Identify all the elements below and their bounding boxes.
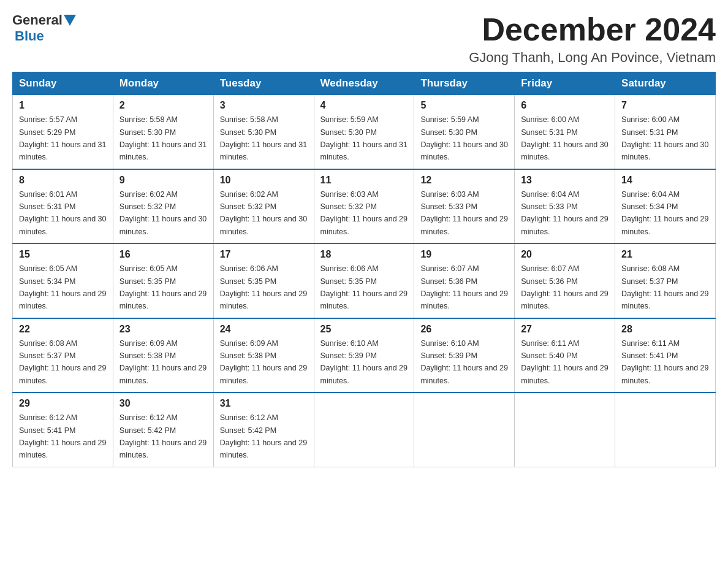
day-number: 29	[19, 398, 107, 409]
day-number: 2	[119, 100, 207, 111]
day-info: Sunrise: 6:08 AMSunset: 5:37 PMDaylight:…	[19, 339, 106, 385]
day-number: 6	[521, 100, 609, 111]
calendar-cell: 7 Sunrise: 6:00 AMSunset: 5:31 PMDayligh…	[615, 95, 716, 169]
weekday-header-tuesday: Tuesday	[213, 72, 314, 95]
calendar-week-row: 15 Sunrise: 6:05 AMSunset: 5:34 PMDaylig…	[13, 243, 716, 318]
day-info: Sunrise: 6:05 AMSunset: 5:34 PMDaylight:…	[19, 264, 106, 310]
day-number: 27	[521, 324, 609, 335]
day-number: 14	[621, 175, 709, 186]
page-header: General Blue December 2024 GJong Thanh, …	[12, 12, 716, 66]
calendar-week-row: 8 Sunrise: 6:01 AMSunset: 5:31 PMDayligh…	[13, 169, 716, 244]
day-info: Sunrise: 6:02 AMSunset: 5:32 PMDaylight:…	[220, 190, 307, 236]
day-info: Sunrise: 6:00 AMSunset: 5:31 PMDaylight:…	[521, 115, 608, 161]
calendar-cell: 12 Sunrise: 6:03 AMSunset: 5:33 PMDaylig…	[414, 169, 515, 244]
day-info: Sunrise: 5:59 AMSunset: 5:30 PMDaylight:…	[420, 115, 507, 161]
weekday-header-sunday: Sunday	[13, 72, 113, 95]
weekday-header-row: SundayMondayTuesdayWednesdayThursdayFrid…	[13, 72, 716, 95]
day-info: Sunrise: 6:09 AMSunset: 5:38 PMDaylight:…	[220, 339, 307, 385]
day-number: 24	[220, 324, 308, 335]
day-number: 23	[119, 324, 207, 335]
calendar-cell: 10 Sunrise: 6:02 AMSunset: 5:32 PMDaylig…	[213, 169, 314, 244]
day-info: Sunrise: 6:07 AMSunset: 5:36 PMDaylight:…	[521, 264, 608, 310]
calendar-cell: 3 Sunrise: 5:58 AMSunset: 5:30 PMDayligh…	[213, 95, 314, 169]
logo: General Blue	[12, 12, 77, 44]
day-number: 10	[220, 175, 308, 186]
day-info: Sunrise: 5:58 AMSunset: 5:30 PMDaylight:…	[220, 115, 307, 161]
calendar-cell: 5 Sunrise: 5:59 AMSunset: 5:30 PMDayligh…	[414, 95, 515, 169]
calendar-cell: 31 Sunrise: 6:12 AMSunset: 5:42 PMDaylig…	[213, 393, 314, 467]
calendar-cell	[314, 393, 414, 467]
weekday-header-wednesday: Wednesday	[314, 72, 414, 95]
calendar-cell: 25 Sunrise: 6:10 AMSunset: 5:39 PMDaylig…	[314, 318, 414, 393]
day-number: 8	[19, 175, 107, 186]
day-info: Sunrise: 6:00 AMSunset: 5:31 PMDaylight:…	[621, 115, 708, 161]
weekday-header-monday: Monday	[113, 72, 213, 95]
month-title: December 2024	[469, 12, 716, 47]
calendar-cell: 21 Sunrise: 6:08 AMSunset: 5:37 PMDaylig…	[615, 243, 716, 318]
day-number: 21	[621, 249, 709, 260]
day-info: Sunrise: 6:08 AMSunset: 5:37 PMDaylight:…	[621, 264, 708, 310]
day-number: 17	[220, 249, 308, 260]
day-number: 19	[420, 249, 508, 260]
day-info: Sunrise: 6:10 AMSunset: 5:39 PMDaylight:…	[320, 339, 408, 385]
calendar-cell: 22 Sunrise: 6:08 AMSunset: 5:37 PMDaylig…	[13, 318, 113, 393]
calendar-cell: 17 Sunrise: 6:06 AMSunset: 5:35 PMDaylig…	[213, 243, 314, 318]
logo-blue-text: Blue	[15, 28, 44, 44]
day-number: 12	[420, 175, 508, 186]
calendar-cell: 23 Sunrise: 6:09 AMSunset: 5:38 PMDaylig…	[113, 318, 213, 393]
calendar-cell: 30 Sunrise: 6:12 AMSunset: 5:42 PMDaylig…	[113, 393, 213, 467]
calendar-cell: 26 Sunrise: 6:10 AMSunset: 5:39 PMDaylig…	[414, 318, 515, 393]
calendar-cell: 19 Sunrise: 6:07 AMSunset: 5:36 PMDaylig…	[414, 243, 515, 318]
calendar-cell: 11 Sunrise: 6:03 AMSunset: 5:32 PMDaylig…	[314, 169, 414, 244]
day-number: 25	[320, 324, 408, 335]
day-info: Sunrise: 6:03 AMSunset: 5:32 PMDaylight:…	[320, 190, 408, 236]
day-info: Sunrise: 6:06 AMSunset: 5:35 PMDaylight:…	[220, 264, 307, 310]
day-number: 20	[521, 249, 609, 260]
calendar-week-row: 1 Sunrise: 5:57 AMSunset: 5:29 PMDayligh…	[13, 95, 716, 169]
day-number: 26	[420, 324, 508, 335]
day-info: Sunrise: 6:09 AMSunset: 5:38 PMDaylight:…	[119, 339, 207, 385]
calendar-cell	[615, 393, 716, 467]
calendar-cell: 4 Sunrise: 5:59 AMSunset: 5:30 PMDayligh…	[314, 95, 414, 169]
day-info: Sunrise: 6:11 AMSunset: 5:41 PMDaylight:…	[621, 339, 708, 385]
calendar-cell	[515, 393, 615, 467]
day-info: Sunrise: 6:12 AMSunset: 5:41 PMDaylight:…	[19, 413, 106, 459]
day-number: 31	[220, 398, 308, 409]
day-number: 5	[420, 100, 508, 111]
day-number: 13	[521, 175, 609, 186]
day-number: 22	[19, 324, 107, 335]
day-info: Sunrise: 6:12 AMSunset: 5:42 PMDaylight:…	[220, 413, 307, 459]
day-info: Sunrise: 6:04 AMSunset: 5:34 PMDaylight:…	[621, 190, 708, 236]
calendar-cell: 13 Sunrise: 6:04 AMSunset: 5:33 PMDaylig…	[515, 169, 615, 244]
calendar-cell: 29 Sunrise: 6:12 AMSunset: 5:41 PMDaylig…	[13, 393, 113, 467]
calendar-cell: 9 Sunrise: 6:02 AMSunset: 5:32 PMDayligh…	[113, 169, 213, 244]
calendar-week-row: 29 Sunrise: 6:12 AMSunset: 5:41 PMDaylig…	[13, 393, 716, 467]
day-number: 4	[320, 100, 408, 111]
day-info: Sunrise: 5:59 AMSunset: 5:30 PMDaylight:…	[320, 115, 408, 161]
logo-arrow-icon	[64, 15, 76, 26]
day-info: Sunrise: 5:57 AMSunset: 5:29 PMDaylight:…	[19, 115, 106, 161]
day-info: Sunrise: 6:06 AMSunset: 5:35 PMDaylight:…	[320, 264, 408, 310]
day-number: 18	[320, 249, 408, 260]
calendar-cell: 8 Sunrise: 6:01 AMSunset: 5:31 PMDayligh…	[13, 169, 113, 244]
calendar-week-row: 22 Sunrise: 6:08 AMSunset: 5:37 PMDaylig…	[13, 318, 716, 393]
title-section: December 2024 GJong Thanh, Long An Povin…	[469, 12, 716, 66]
day-number: 15	[19, 249, 107, 260]
day-info: Sunrise: 6:04 AMSunset: 5:33 PMDaylight:…	[521, 190, 608, 236]
calendar-cell: 15 Sunrise: 6:05 AMSunset: 5:34 PMDaylig…	[13, 243, 113, 318]
calendar-cell: 28 Sunrise: 6:11 AMSunset: 5:41 PMDaylig…	[615, 318, 716, 393]
calendar-cell: 14 Sunrise: 6:04 AMSunset: 5:34 PMDaylig…	[615, 169, 716, 244]
day-info: Sunrise: 6:01 AMSunset: 5:31 PMDaylight:…	[19, 190, 106, 236]
calendar-cell: 6 Sunrise: 6:00 AMSunset: 5:31 PMDayligh…	[515, 95, 615, 169]
day-number: 30	[119, 398, 207, 409]
day-number: 7	[621, 100, 709, 111]
day-number: 9	[119, 175, 207, 186]
day-number: 1	[19, 100, 107, 111]
location-text: GJong Thanh, Long An Povince, Vietnam	[469, 50, 716, 66]
day-info: Sunrise: 6:10 AMSunset: 5:39 PMDaylight:…	[420, 339, 507, 385]
day-number: 3	[220, 100, 308, 111]
day-info: Sunrise: 6:07 AMSunset: 5:36 PMDaylight:…	[420, 264, 507, 310]
logo-general-text: General	[12, 12, 63, 28]
calendar-cell: 2 Sunrise: 5:58 AMSunset: 5:30 PMDayligh…	[113, 95, 213, 169]
calendar-cell: 20 Sunrise: 6:07 AMSunset: 5:36 PMDaylig…	[515, 243, 615, 318]
